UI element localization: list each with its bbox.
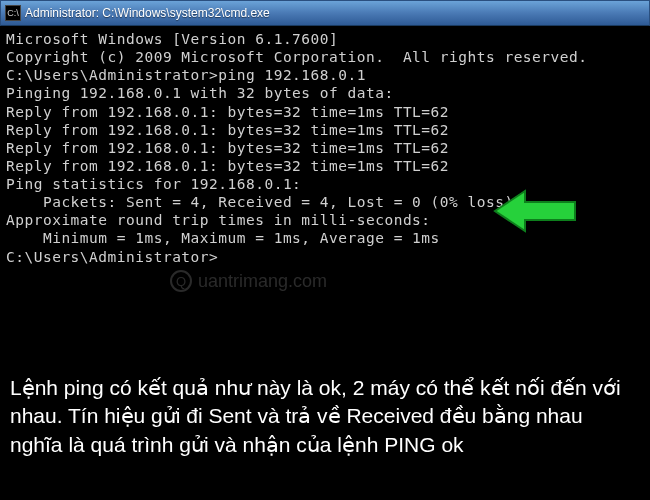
watermark-text: uantrimang.com bbox=[198, 271, 327, 292]
watermark-icon: Q bbox=[170, 270, 192, 292]
terminal-line: Reply from 192.168.0.1: bytes=32 time=1m… bbox=[6, 157, 642, 175]
terminal-line: Microsoft Windows [Version 6.1.7600] bbox=[6, 30, 642, 48]
window-titlebar[interactable]: C:\ Administrator: C:\Windows\system32\c… bbox=[0, 0, 650, 26]
terminal-output[interactable]: Microsoft Windows [Version 6.1.7600] Cop… bbox=[0, 26, 650, 266]
terminal-line: Pinging 192.168.0.1 with 32 bytes of dat… bbox=[6, 84, 642, 102]
watermark: Q uantrimang.com bbox=[170, 270, 327, 292]
terminal-line: Packets: Sent = 4, Received = 4, Lost = … bbox=[6, 193, 642, 211]
terminal-prompt-line: C:\Users\Administrator> bbox=[6, 248, 642, 266]
terminal-line: Reply from 192.168.0.1: bytes=32 time=1m… bbox=[6, 139, 642, 157]
terminal-line: Ping statistics for 192.168.0.1: bbox=[6, 175, 642, 193]
terminal-line: Copyright (c) 2009 Microsoft Corporation… bbox=[6, 48, 642, 66]
terminal-line: Approximate round trip times in milli-se… bbox=[6, 211, 642, 229]
terminal-line: Reply from 192.168.0.1: bytes=32 time=1m… bbox=[6, 103, 642, 121]
terminal-prompt-line: C:\Users\Administrator>ping 192.168.0.1 bbox=[6, 66, 642, 84]
annotation-text: Lệnh ping có kết quả như này là ok, 2 má… bbox=[10, 374, 640, 459]
window-title: Administrator: C:\Windows\system32\cmd.e… bbox=[25, 6, 270, 20]
terminal-line: Reply from 192.168.0.1: bytes=32 time=1m… bbox=[6, 121, 642, 139]
terminal-line: Minimum = 1ms, Maximum = 1ms, Average = … bbox=[6, 229, 642, 247]
cmd-icon: C:\ bbox=[5, 5, 21, 21]
